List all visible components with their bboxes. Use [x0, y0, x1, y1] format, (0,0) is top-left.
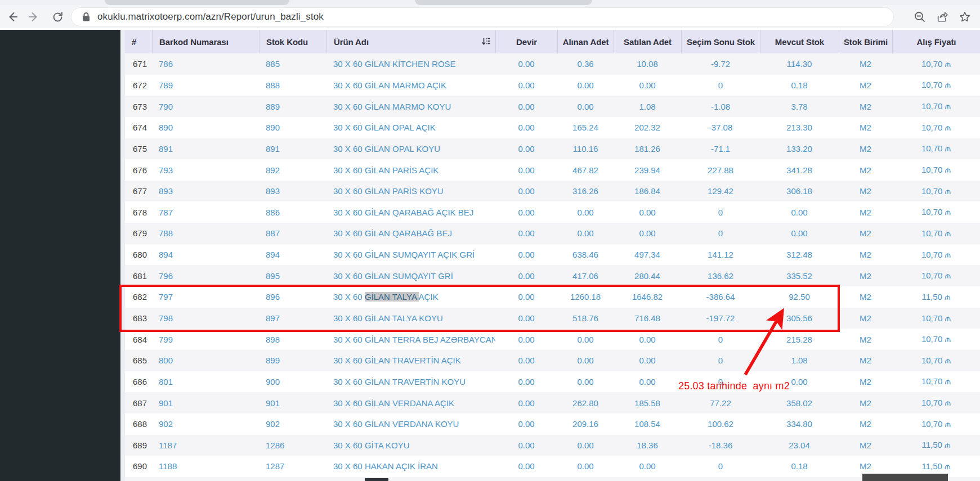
cell-barkod[interactable]: 801: [152, 377, 259, 386]
cell-urun-adi[interactable]: 30 X 60 GİTA KOYU: [326, 440, 495, 450]
back-button[interactable]: [3, 8, 21, 26]
cell-barkod[interactable]: 893: [152, 186, 259, 196]
cell-stok-kodu[interactable]: 891: [259, 144, 326, 154]
column-header-alinan-adet[interactable]: Alınan Adet: [557, 30, 614, 53]
table-row-676[interactable]: 67679389230 X 60 GİLAN PARİS AÇIK0.00467…: [125, 159, 980, 181]
reload-button[interactable]: [48, 8, 66, 26]
cell-urun-adi[interactable]: 30 X 60 GİLAN OPAL AÇIK: [326, 123, 495, 132]
column-header-index[interactable]: #: [125, 30, 152, 53]
column-header-stok-kodu[interactable]: Stok Kodu: [259, 30, 326, 53]
cell-barkod[interactable]: 789: [152, 80, 259, 90]
cell-stok-kodu[interactable]: 889: [259, 102, 326, 111]
cell-urun-adi[interactable]: 30 X 60 GİLAN TALYA KOYU: [326, 313, 495, 323]
zoom-out-button[interactable]: [911, 8, 928, 25]
table-row-690[interactable]: 6901188128730 X 60 HAKAN AÇIK İRAN0.000.…: [125, 456, 980, 477]
cell-urun-adi[interactable]: 30 X 60 GİLAN PARİS AÇIK: [326, 165, 495, 175]
cell-urun-adi[interactable]: 30 X 60 GİLAN SUMQAYIT GRİ: [326, 271, 495, 281]
cell-barkod[interactable]: 786: [152, 59, 259, 69]
cell-urun-adi[interactable]: 30 X 60 GİLAN QARABAĞ AÇIK BEJ: [326, 208, 495, 217]
column-header-urun-adi[interactable]: Ürün Adı: [326, 30, 495, 53]
cell-barkod[interactable]: 890: [152, 123, 259, 132]
column-header-secim-sonu-stok[interactable]: Seçim Sonu Stok: [681, 30, 760, 53]
cell-stok-kodu[interactable]: 895: [259, 271, 326, 281]
cell-stok-kodu[interactable]: 893: [259, 186, 326, 196]
table-row-672[interactable]: 67278988830 X 60 GİLAN MARMO AÇIK0.000.0…: [125, 75, 980, 96]
cell-barkod[interactable]: 1188: [152, 461, 259, 471]
cell-barkod[interactable]: 901: [152, 398, 259, 408]
cell-barkod[interactable]: 799: [152, 335, 259, 344]
cell-stok-kodu[interactable]: 897: [259, 313, 326, 323]
cell-stok-kodu[interactable]: 899: [259, 356, 326, 365]
table-row-687[interactable]: 68790190130 X 60 GİLAN VERDANA AÇIK0.002…: [125, 392, 980, 413]
cell-stok-kodu[interactable]: 894: [259, 250, 326, 259]
cell-urun-adi[interactable]: 30 X 60 GİLAN MARMO KOYU: [326, 102, 495, 111]
column-header-satilan-adet[interactable]: Satılan Adet: [614, 30, 681, 53]
table-row-680[interactable]: 68089489430 X 60 GİLAN SUMQAYIT AÇIK GRİ…: [125, 244, 980, 266]
cell-barkod[interactable]: 902: [152, 419, 259, 429]
cell-stok-kodu[interactable]: 901: [259, 398, 326, 408]
cell-stok-kodu[interactable]: 902: [259, 419, 326, 429]
browser-tab[interactable]: [105, 0, 289, 5]
browser-tab[interactable]: [415, 0, 592, 5]
table-row-681[interactable]: 68179689530 X 60 GİLAN SUMQAYIT GRİ0.004…: [125, 265, 980, 286]
column-header-stok-birimi[interactable]: Stok Birimi: [839, 30, 892, 53]
cell-barkod[interactable]: 790: [152, 102, 259, 111]
cell-stok-kodu[interactable]: 885: [259, 59, 326, 69]
cell-urun-adi[interactable]: 30 X 60 GİLAN SUMQAYIT AÇIK GRİ: [326, 250, 495, 259]
cell-stok-kodu[interactable]: 898: [259, 335, 326, 344]
cell-barkod[interactable]: 796: [152, 271, 259, 281]
table-row-683[interactable]: 68379889730 X 60 GİLAN TALYA KOYU0.00518…: [125, 308, 980, 329]
table-row-677[interactable]: 67789389330 X 60 GİLAN PARİS KOYU0.00316…: [125, 181, 980, 202]
table-row-674[interactable]: 67489089030 X 60 GİLAN OPAL AÇIK0.00165.…: [125, 117, 980, 138]
cell-stok-kodu[interactable]: 900: [259, 377, 326, 386]
table-row-679[interactable]: 67978888730 X 60 GİLAN QARABAĞ BEJ0.000.…: [125, 223, 980, 244]
cell-urun-adi[interactable]: 30 X 60 GİLAN TRAVERTİN KOYU: [326, 377, 495, 386]
bookmark-button[interactable]: [956, 8, 973, 25]
cell-stok-kodu[interactable]: 890: [259, 123, 326, 132]
cell-urun-adi[interactable]: 30 X 60 GİLAN OPAL KOYU: [326, 144, 495, 154]
cell-barkod[interactable]: 1187: [152, 440, 259, 450]
table-row-671[interactable]: 67178688530 X 60 GİLAN KİTCHEN ROSE0.000…: [125, 53, 980, 75]
share-button[interactable]: [934, 8, 951, 25]
cell-stok-kodu[interactable]: 892: [259, 165, 326, 175]
horizontal-scrollbar-thumb[interactable]: [862, 474, 948, 481]
cell-barkod[interactable]: 798: [152, 313, 259, 323]
column-header-alis-fiyati[interactable]: Alış Fiyatı: [892, 30, 980, 53]
cell-barkod[interactable]: 891: [152, 144, 259, 154]
table-row-688[interactable]: 68890290230 X 60 GİLAN VERDANA KOYU0.002…: [125, 413, 980, 435]
cell-urun-adi[interactable]: 30 X 60 GİLAN KİTCHEN ROSE: [326, 59, 495, 69]
column-header-mevcut-stok[interactable]: Mevcut Stok: [760, 30, 839, 53]
table-row-685[interactable]: 68580089930 X 60 GİLAN TRAVERTİN AÇIK0.0…: [125, 350, 980, 371]
cell-stok-kodu[interactable]: 1287: [259, 461, 326, 471]
cell-stok-kodu[interactable]: 1286: [259, 440, 326, 450]
cell-barkod[interactable]: 793: [152, 165, 259, 175]
cell-barkod[interactable]: 788: [152, 228, 259, 238]
cell-barkod[interactable]: 800: [152, 356, 259, 365]
table-row-675[interactable]: 67589189130 X 60 GİLAN OPAL KOYU0.00110.…: [125, 138, 980, 160]
cell-stok-kodu[interactable]: 896: [259, 292, 326, 302]
forward-button[interactable]: [25, 8, 43, 26]
cell-urun-adi[interactable]: 30 X 60 GİLAN TERRA BEJ AZƏRBAYCAN: [326, 335, 495, 344]
cell-barkod[interactable]: 797: [152, 292, 259, 302]
table-row-678[interactable]: 67878788630 X 60 GİLAN QARABAĞ AÇIK BEJ0…: [125, 201, 980, 223]
sort-icon[interactable]: [481, 37, 491, 46]
table-row-673[interactable]: 67379088930 X 60 GİLAN MARMO KOYU0.000.0…: [125, 96, 980, 117]
cell-urun-adi[interactable]: 30 X 60 GİLAN VERDANA AÇIK: [326, 398, 495, 408]
cell-stok-kodu[interactable]: 887: [259, 228, 326, 238]
table-row-686[interactable]: 68680190030 X 60 GİLAN TRAVERTİN KOYU0.0…: [125, 371, 980, 393]
cell-barkod[interactable]: 787: [152, 208, 259, 217]
table-row-684[interactable]: 68479989830 X 60 GİLAN TERRA BEJ AZƏRBAY…: [125, 329, 980, 350]
cell-urun-adi[interactable]: 30 X 60 GİLAN TRAVERTİN AÇIK: [326, 356, 495, 365]
table-row-689[interactable]: 6891187128630 X 60 GİTA KOYU0.000.0018.3…: [125, 435, 980, 456]
column-header-barkod[interactable]: Barkod Numarası: [152, 30, 259, 53]
cell-urun-adi[interactable]: 30 X 60 GİLAN TALYA AÇIK: [326, 292, 495, 302]
cell-urun-adi[interactable]: 30 X 60 HAKAN AÇIK İRAN: [326, 461, 495, 471]
cell-barkod[interactable]: 894: [152, 250, 259, 259]
cell-urun-adi[interactable]: 30 X 60 GİLAN MARMO AÇIK: [326, 80, 495, 90]
cell-urun-adi[interactable]: 30 X 60 GİLAN PARİS KOYU: [326, 186, 495, 196]
table-row-682[interactable]: 68279789630 X 60 GİLAN TALYA AÇIK0.00126…: [125, 286, 980, 308]
column-header-devir[interactable]: Devir: [495, 30, 557, 53]
cell-stok-kodu[interactable]: 888: [259, 80, 326, 90]
cell-urun-adi[interactable]: 30 X 60 GİLAN VERDANA KOYU: [326, 419, 495, 429]
cell-urun-adi[interactable]: 30 X 60 GİLAN QARABAĞ BEJ: [326, 228, 495, 238]
